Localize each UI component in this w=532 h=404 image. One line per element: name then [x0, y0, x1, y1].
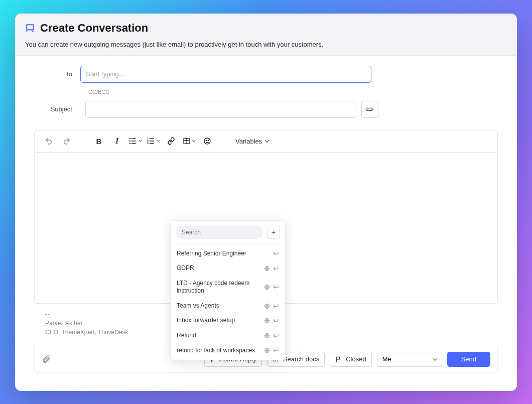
- enter-icon: [273, 250, 279, 256]
- editor-toolbar: B I 123 Variables: [35, 130, 497, 153]
- variables-label: Variables: [235, 138, 262, 145]
- popover-item[interactable]: LTD - Agency code redeem instruction: [171, 276, 285, 299]
- popover-item[interactable]: Referring Senior Engineer: [171, 246, 285, 261]
- popover-item-label: Team vs Agents: [177, 302, 260, 310]
- popover-search-input[interactable]: [176, 226, 263, 239]
- popover-item-label: refund for lack of workspaces: [177, 347, 260, 355]
- link-button[interactable]: [164, 134, 178, 148]
- svg-point-1: [129, 141, 130, 142]
- enter-icon: [273, 284, 279, 290]
- popover-item-label: LTD - Agency code redeem instruction: [177, 280, 260, 295]
- undo-button[interactable]: [42, 134, 56, 148]
- subject-label: Subject: [30, 105, 80, 113]
- modal-header: Create Conversation You can create new o…: [15, 14, 517, 56]
- svg-rect-6: [150, 139, 154, 140]
- svg-point-2: [129, 143, 130, 144]
- chevron-down-icon: [264, 139, 270, 144]
- popover-item[interactable]: refund for lack of workspaces: [171, 343, 285, 358]
- attach-button[interactable]: [42, 354, 51, 364]
- instant-reply-popover: + Referring Senior EngineerGDPRLTD - Age…: [170, 220, 286, 360]
- globe-icon: [264, 303, 270, 309]
- svg-text:3: 3: [147, 142, 149, 145]
- popover-item-label: GDPR: [177, 264, 260, 273]
- flag-icon: [335, 356, 342, 363]
- ordered-list-button[interactable]: 123: [146, 134, 160, 148]
- ccbcc-link[interactable]: CC/BCC: [88, 89, 109, 95]
- enter-icon: [273, 318, 279, 324]
- svg-rect-8: [150, 143, 154, 144]
- popover-item-label: Inbox forwarder setup: [177, 317, 260, 325]
- modal-title: Create Conversation: [40, 22, 148, 35]
- popover-item[interactable]: Refund: [171, 328, 285, 343]
- assignee-value: Me: [382, 355, 391, 363]
- subject-input[interactable]: [85, 101, 356, 118]
- chevron-down-icon: [433, 357, 438, 362]
- redo-button[interactable]: [60, 134, 74, 148]
- svg-point-0: [129, 138, 130, 139]
- popover-item[interactable]: Inbox forwarder setup: [171, 313, 285, 328]
- to-label: To: [30, 70, 80, 78]
- popover-add-button[interactable]: +: [267, 226, 280, 239]
- svg-point-15: [204, 138, 210, 144]
- globe-icon: [264, 333, 270, 339]
- emoji-button[interactable]: [200, 134, 214, 148]
- svg-point-16: [206, 140, 206, 141]
- closed-label: Closed: [346, 355, 366, 363]
- assignee-select[interactable]: Me: [377, 352, 442, 367]
- popover-list[interactable]: Referring Senior EngineerGDPRLTD - Agenc…: [171, 244, 285, 360]
- bullet-list-button[interactable]: [128, 134, 142, 148]
- svg-rect-7: [150, 141, 154, 142]
- enter-icon: [273, 333, 279, 339]
- globe-icon: [264, 347, 270, 353]
- send-button[interactable]: Send: [447, 352, 490, 367]
- popover-item[interactable]: Team vs Agents: [171, 299, 285, 314]
- modal-subtitle: You can create new outgoing messages (ju…: [25, 41, 507, 48]
- svg-rect-4: [131, 141, 136, 142]
- svg-rect-3: [131, 139, 136, 140]
- to-input[interactable]: [80, 66, 371, 83]
- enter-icon: [273, 347, 279, 353]
- globe-icon: [264, 265, 270, 272]
- form-area: To CC/BCC Subject: [15, 56, 517, 122]
- popover-item-label: Referring Senior Engineer: [177, 250, 269, 258]
- globe-icon: [264, 318, 270, 324]
- svg-point-17: [208, 140, 208, 141]
- bold-button[interactable]: B: [92, 134, 106, 148]
- popover-item-label: Refund: [177, 332, 260, 340]
- enter-icon: [273, 303, 279, 309]
- italic-button[interactable]: I: [110, 134, 124, 148]
- variables-dropdown[interactable]: Variables: [232, 136, 273, 147]
- tag-button[interactable]: [361, 101, 378, 118]
- svg-rect-5: [131, 143, 136, 144]
- table-button[interactable]: [182, 134, 196, 148]
- conversation-icon: [25, 23, 35, 33]
- popover-item[interactable]: GDPR: [171, 261, 285, 276]
- create-conversation-modal: Create Conversation You can create new o…: [15, 14, 517, 391]
- globe-icon: [264, 284, 270, 290]
- enter-icon: [273, 265, 279, 272]
- closed-button[interactable]: Closed: [330, 352, 371, 367]
- search-docs-label: Search docs: [283, 355, 319, 363]
